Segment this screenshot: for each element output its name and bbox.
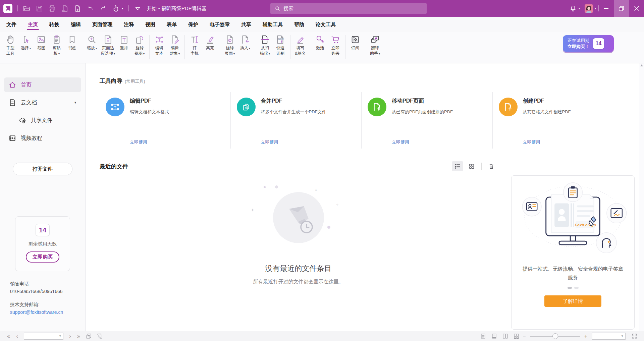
last-page-button[interactable]: » [74, 333, 83, 339]
tool-activate[interactable]: 激活 [312, 35, 328, 51]
previous-view-button[interactable] [83, 333, 94, 339]
tool-edit-object[interactable]: 编辑对象▾ [167, 35, 182, 56]
card-desc: 从其它格式文件创建PDF [523, 109, 619, 115]
hand-pointer-icon[interactable] [112, 5, 120, 12]
hand-tool-caret[interactable]: ▾ [122, 7, 123, 10]
decor-dot [275, 185, 278, 188]
tool-bookmark[interactable]: 书签 [64, 35, 80, 51]
tool-buy-now[interactable]: 立即购买 [328, 35, 343, 56]
support-email-link[interactable]: support@foxitsoftware.cn [10, 308, 85, 316]
promo-dot[interactable] [574, 287, 579, 289]
vertical-scrollbar[interactable] [639, 63, 644, 331]
bell-caret[interactable]: ▾ [579, 7, 580, 10]
open-file-icon[interactable] [23, 5, 31, 12]
restore-button[interactable] [614, 0, 629, 17]
use-now-link[interactable]: 立即使用 [261, 139, 278, 145]
close-button[interactable] [629, 0, 644, 17]
use-now-link[interactable]: 立即使用 [130, 139, 147, 145]
previous-page-button[interactable]: ‹ [13, 333, 21, 339]
redo-icon[interactable] [99, 5, 107, 12]
scrollbar-up-arrow[interactable] [640, 64, 643, 66]
list-view-button[interactable] [452, 161, 463, 171]
tool-rotate-view[interactable]: 旋转视图▾ [132, 35, 147, 56]
tool-reflow[interactable]: 重排 [116, 35, 132, 51]
menu-share[interactable]: 共享 [235, 17, 257, 32]
notifications-button[interactable]: ▾ [567, 5, 582, 12]
fullscreen-button[interactable] [629, 333, 640, 339]
menu-convert[interactable]: 转换 [44, 17, 65, 32]
tool-clipboard[interactable]: 剪贴板▾ [49, 35, 64, 56]
card-merge-pdf[interactable]: 合并PDF 将多个文件合并生成一个PDF文件 立即使用 [230, 92, 362, 149]
menu-page-management[interactable]: 页面管理 [87, 17, 118, 32]
tool-rotate-pages[interactable]: 旋转页面▾ [222, 35, 237, 56]
zoom-slider-knob[interactable] [552, 333, 558, 339]
sidebar-item-cloud-docs[interactable]: 云文档 ▼ [4, 95, 81, 110]
chevron-down-icon[interactable]: ▼ [621, 335, 625, 338]
grid-view-button[interactable] [466, 161, 477, 171]
new-document-icon[interactable] [74, 5, 82, 12]
menu-view[interactable]: 视图 [140, 17, 161, 32]
menu-form[interactable]: 表单 [161, 17, 182, 32]
undo-icon[interactable] [87, 5, 94, 12]
sidebar-item-home[interactable]: 首页 [4, 77, 81, 92]
tool-zoom[interactable]: 缩放▾ [84, 35, 100, 51]
esign-illustration: Foxit eSign [516, 180, 630, 259]
tool-typewriter[interactable]: 打字机 [187, 35, 202, 56]
page-number-input[interactable]: ▼ [24, 333, 63, 340]
next-page-button[interactable]: › [66, 333, 74, 339]
zoom-out-button[interactable]: − [522, 333, 526, 339]
card-edit-pdf[interactable]: 编辑PDF 编辑文档和文本格式 立即使用 [100, 92, 230, 149]
buy-now-button[interactable]: 立即购买 [26, 251, 59, 263]
tool-translate-assistant[interactable]: 翻译助手▾ [367, 35, 383, 56]
sidebar-item-video-tutorials[interactable]: 视频教程 [4, 131, 81, 146]
promo-dot-active[interactable] [568, 287, 572, 289]
account-caret[interactable]: ▾ [595, 7, 596, 10]
tool-edit-text[interactable]: 编辑文本 [152, 35, 167, 56]
tool-insert[interactable]: 插入▾ [237, 35, 253, 51]
menu-edit[interactable]: 编辑 [65, 17, 87, 32]
tool-quick-ocr[interactable]: OCR 快速识别 [273, 35, 288, 56]
facing-continuous-view-button[interactable] [511, 333, 522, 339]
menu-protect[interactable]: 保护 [182, 17, 204, 32]
search-input[interactable]: 搜索 [270, 3, 427, 14]
use-now-link[interactable]: 立即使用 [392, 139, 409, 145]
continuous-view-button[interactable] [489, 333, 500, 339]
use-now-link[interactable]: 立即使用 [523, 139, 540, 145]
facing-view-button[interactable] [500, 333, 511, 339]
next-view-button[interactable] [94, 333, 105, 339]
menu-accessibility[interactable]: 辅助工具 [257, 17, 288, 32]
tool-select[interactable]: 选择▾ [18, 35, 34, 51]
tool-subscribe[interactable]: 订阅 [347, 35, 363, 51]
tool-fit-page[interactable]: 页面适应选项▾ [100, 35, 116, 56]
single-page-view-button[interactable] [478, 333, 489, 339]
user-avatar[interactable] [585, 4, 593, 13]
clear-recent-button[interactable] [486, 161, 497, 171]
tool-snapshot[interactable]: 截图 [34, 35, 49, 51]
zoom-level-input[interactable]: ▼ [592, 333, 626, 340]
foxit-logo-icon[interactable] [3, 4, 12, 13]
menu-paper-tools[interactable]: 论文工具 [310, 17, 341, 32]
card-create-pdf[interactable]: 创建PDF 从其它格式文件创建PDF 立即使用 [492, 92, 624, 149]
minimize-button[interactable] [599, 0, 614, 17]
chevron-down-icon[interactable]: ▼ [59, 335, 63, 338]
account-button[interactable]: ▾ [582, 4, 598, 13]
sidebar-item-shared-files[interactable]: 共享文件 [4, 113, 81, 128]
zoom-in-button[interactable]: + [584, 333, 588, 339]
tool-hand[interactable]: 手型工具 [3, 35, 18, 56]
tool-fill-sign[interactable]: 填写&签名 [292, 35, 308, 56]
collapse-toolbar-icon[interactable] [134, 5, 142, 12]
trial-badge[interactable]: 正在试用期 立即购买！ 14 [563, 35, 614, 52]
open-file-button[interactable]: 打开文件 [13, 163, 72, 175]
zoom-slider[interactable] [530, 336, 580, 337]
tool-highlight[interactable]: 高亮 [202, 35, 218, 51]
tool-from-scanner[interactable]: 从扫描仪▾ [257, 35, 273, 56]
menu-help[interactable]: 帮助 [288, 17, 310, 32]
chevron-down-icon[interactable]: ▼ [74, 101, 77, 104]
menu-comment[interactable]: 注释 [118, 17, 140, 32]
menu-home[interactable]: 主页 [22, 17, 44, 32]
menu-file[interactable]: 文件 [1, 17, 22, 32]
learn-more-button[interactable]: 了解详情 [544, 295, 601, 307]
first-page-button[interactable]: « [4, 333, 13, 339]
menu-esign[interactable]: 电子签章 [204, 17, 235, 32]
card-move-pdf-pages[interactable]: 移动PDF页面 从已有的PDF页面创建新的PDF 立即使用 [361, 92, 492, 149]
